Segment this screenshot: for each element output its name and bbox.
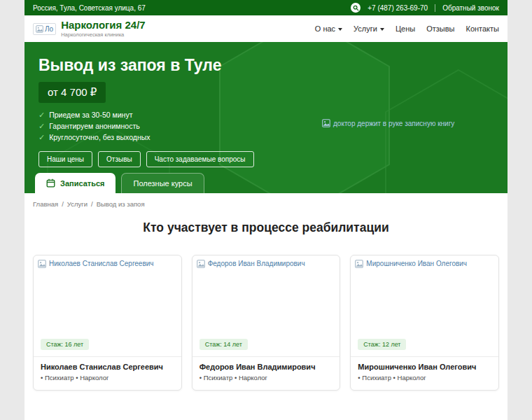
doctor-specialties: • Психиатр • Нарколог [41, 374, 174, 382]
doctor-info: Мирошниченко Иван Олегович • Психиатр • … [351, 356, 498, 390]
broken-image-icon [197, 260, 205, 268]
tab-book-appointment[interactable]: Записаться [35, 173, 115, 193]
page-title: Вывод из запоя в Туле [38, 56, 507, 75]
breadcrumb-home[interactable]: Главная [33, 200, 58, 208]
tab-useful-courses[interactable]: Полезные курсы [121, 173, 204, 193]
doctor-name: Федоров Иван Владимирович [200, 363, 333, 371]
hero-section: Вывод из запоя в Туле от 4 700 ₽ ✓ Приед… [24, 42, 507, 193]
experience-badge: Стаж: 14 лет [200, 339, 248, 350]
brand-block: Наркология 24/7 Наркологическая клиника [61, 20, 146, 38]
logo-alt-text: Ло [45, 25, 53, 33]
site-subtitle: Наркологическая клиника [61, 31, 146, 38]
nav-item-about[interactable]: О нас [315, 24, 342, 33]
chevron-down-icon [380, 28, 384, 31]
breadcrumb-separator: / [91, 200, 93, 208]
doctor-card: Мирошниченко Иван Олегович Стаж: 12 лет … [350, 255, 499, 391]
doctor-info: Николаев Станислав Сергеевич • Психиатр … [34, 356, 181, 390]
search-icon [353, 5, 359, 11]
broken-image-icon [355, 260, 363, 268]
doctor-cards: Николаев Станислав Сергеевич Стаж: 16 ле… [33, 255, 499, 391]
topbar-right: +7 (487) 263-69-70 Обратный звонок [351, 3, 499, 13]
logo-link[interactable]: Ло Наркология 24/7 Наркологическая клини… [33, 20, 146, 38]
hero-image-alt-text: доктор держит в руке записную книгу [333, 120, 454, 127]
hero-buttons: Наши цены Отзывы Часто задаваемые вопрос… [38, 151, 507, 167]
header: Ло Наркология 24/7 Наркологическая клини… [24, 15, 507, 42]
breadcrumb-current: Вывод из запоя [97, 200, 145, 208]
price-badge: от 4 700 ₽ [38, 82, 106, 103]
logo-broken-image: Ло [33, 23, 56, 35]
experience-badge: Стаж: 16 лет [41, 339, 89, 350]
experience-row: Стаж: 14 лет [192, 337, 340, 356]
feature-text: Гарантируем анонимность [49, 122, 139, 130]
topbar: Россия, Тула, Советская улица, 67 +7 (48… [24, 0, 507, 15]
feature-item: ✓ Приедем за 30-50 минут [38, 111, 507, 119]
nav-label: Цены [396, 24, 415, 33]
doctor-image-alt: Федоров Иван Владимирович [197, 260, 336, 268]
faq-button[interactable]: Часто задаваемые вопросы [146, 151, 254, 167]
nav-label: Услуги [354, 24, 377, 33]
check-icon: ✓ [38, 122, 45, 130]
topbar-divider [435, 4, 435, 12]
nav-label: Контакты [465, 24, 499, 33]
hero-content: Вывод из запоя в Туле от 4 700 ₽ ✓ Приед… [24, 56, 507, 167]
nav-item-services[interactable]: Услуги [354, 24, 384, 33]
feature-item: ✓ Круглосуточно, без выходных [38, 133, 507, 141]
phone-link[interactable]: +7 (487) 263-69-70 [368, 4, 428, 12]
doctor-photo-broken: Федоров Иван Владимирович [192, 255, 340, 337]
doctor-name: Мирошниченко Иван Олегович [358, 363, 491, 371]
nav-label: О нас [315, 24, 335, 33]
alt-text: Николаев Станислав Сергеевич [49, 260, 154, 267]
main-nav: О нас Услуги Цены Отзывы Контакты [315, 24, 499, 33]
broken-image-icon [322, 119, 330, 127]
doctor-image-alt: Николаев Станислав Сергеевич [38, 260, 177, 268]
breadcrumb-services[interactable]: Услуги [67, 200, 88, 208]
calendar-icon [46, 178, 55, 188]
breadcrumb-separator: / [62, 200, 64, 208]
doctor-specialties: • Психиатр • Нарколог [358, 374, 491, 382]
chevron-down-icon [338, 28, 342, 31]
doctor-specialties: • Психиатр • Нарколог [200, 374, 333, 382]
breadcrumb: Главная / Услуги / Вывод из запоя [33, 200, 499, 208]
alt-text: Мирошниченко Иван Олегович [366, 260, 467, 267]
hero-broken-image: доктор держит в руке записную книгу [322, 119, 454, 127]
clinic-address: Россия, Тула, Советская улица, 67 [33, 4, 146, 12]
hero-tabs: Записаться Полезные курсы [24, 173, 507, 193]
nav-item-reviews[interactable]: Отзывы [426, 24, 454, 33]
alt-text: Федоров Иван Владимирович [208, 260, 305, 267]
section-title: Кто участвует в процессе реабилитации [33, 220, 499, 235]
main-content: Главная / Услуги / Вывод из запоя Кто уч… [24, 193, 507, 420]
site-container: Россия, Тула, Советская улица, 67 +7 (48… [24, 0, 507, 420]
experience-row: Стаж: 16 лет [34, 337, 181, 356]
doctor-photo-broken: Николаев Станислав Сергеевич [34, 255, 181, 337]
callback-link[interactable]: Обратный звонок [442, 4, 499, 12]
check-icon: ✓ [38, 111, 45, 119]
feature-text: Приедем за 30-50 минут [49, 111, 132, 119]
search-button[interactable] [351, 3, 360, 13]
check-icon: ✓ [38, 134, 45, 141]
doctor-card: Федоров Иван Владимирович Стаж: 14 лет Ф… [192, 255, 341, 391]
tab-label: Записаться [60, 179, 104, 188]
experience-row: Стаж: 12 лет [351, 337, 498, 356]
doctor-card: Николаев Станислав Сергеевич Стаж: 16 ле… [33, 255, 182, 391]
nav-item-prices[interactable]: Цены [396, 24, 415, 33]
nav-label: Отзывы [426, 24, 454, 33]
site-title: Наркология 24/7 [61, 20, 146, 31]
doctor-image-alt: Мирошниченко Иван Олегович [355, 260, 494, 268]
our-prices-button[interactable]: Наши цены [38, 151, 92, 167]
feature-text: Круглосуточно, без выходных [49, 133, 150, 141]
tab-label: Полезные курсы [133, 179, 192, 188]
broken-image-icon [36, 25, 43, 33]
doctor-photo-broken: Мирошниченко Иван Олегович [351, 255, 498, 337]
experience-badge: Стаж: 12 лет [358, 339, 406, 350]
nav-item-contacts[interactable]: Контакты [465, 24, 499, 33]
doctor-info: Федоров Иван Владимирович • Психиатр • Н… [192, 356, 340, 390]
doctor-name: Николаев Станислав Сергеевич [41, 363, 174, 371]
broken-image-icon [38, 260, 46, 268]
reviews-button[interactable]: Отзывы [98, 151, 141, 167]
